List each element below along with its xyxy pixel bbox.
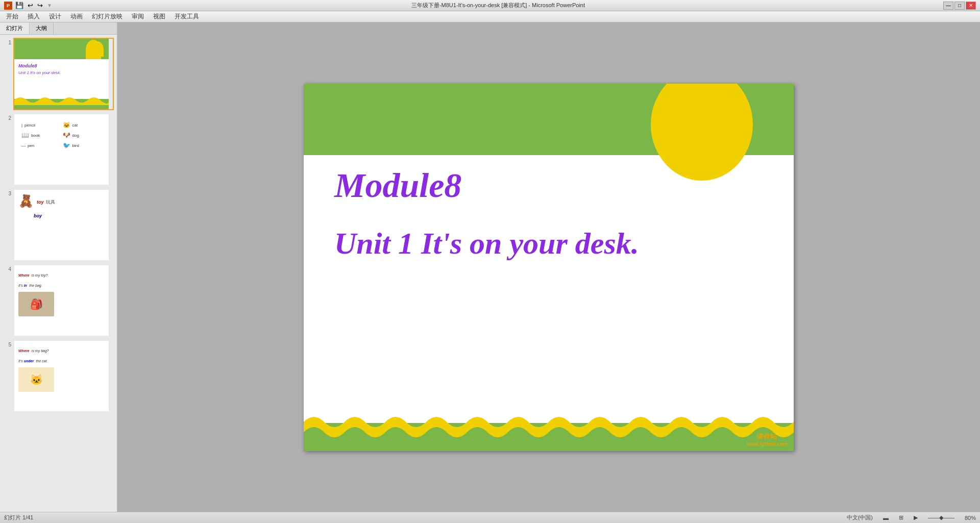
thumb4-line1: Where is my toy? <box>18 269 105 279</box>
thumb2-book: 📖 book <box>21 132 61 139</box>
thumb2-cat: 🐱 cat <box>63 121 102 129</box>
slide-panel-tabs: 幻灯片 大纲 <box>0 22 117 35</box>
menu-insert[interactable]: 插入 <box>23 11 44 22</box>
slide-num-5: 5 <box>3 342 11 347</box>
thumb3-boy-row: boy <box>34 210 42 219</box>
menu-slideshow[interactable]: 幻灯片放映 <box>88 11 127 22</box>
thumb3-toy-text: toy 玩具 <box>37 196 55 206</box>
watermark-line1: 课件站 <box>747 432 788 441</box>
thumb-container-2[interactable]: | pencil 🐱 cat 📖 book <box>13 113 114 186</box>
quick-redo[interactable]: ↪ <box>36 2 44 9</box>
bottom-wavy-svg <box>304 403 794 451</box>
thumb-img-2: | pencil 🐱 cat 📖 book <box>14 114 109 185</box>
slide-top-bar <box>304 84 794 155</box>
thumb5-image: 🐱 <box>18 367 54 392</box>
slide-num-3: 3 <box>3 191 11 196</box>
thumb-img-1: Module8 Unit 1 It's on your desk. <box>14 39 109 109</box>
slides-list[interactable]: 1 Module8 Unit 1 It's on your desk. <box>0 35 117 512</box>
slide-thumb-4[interactable]: 4 Where is my toy? It's in the bag. <box>3 264 114 337</box>
quick-save[interactable]: 💾 <box>14 2 24 9</box>
tab-slides[interactable]: 幻灯片 <box>0 22 30 34</box>
menu-devtools[interactable]: 开发工具 <box>170 11 203 22</box>
view-normal[interactable]: ▬ <box>883 515 889 521</box>
menu-design[interactable]: 设计 <box>45 11 65 22</box>
thumb5-line2: It's under the cat. <box>18 355 105 364</box>
thumb4-line2: It's in the bag. <box>18 280 105 289</box>
thumb1-wavy <box>14 99 109 109</box>
menu-review[interactable]: 审阅 <box>128 11 148 22</box>
menu-view[interactable]: 视图 <box>149 11 169 22</box>
quick-undo[interactable]: ↩ <box>27 2 34 9</box>
thumb4-image: 🎒 <box>18 292 54 316</box>
thumb-container-1[interactable]: Module8 Unit 1 It's on your desk. <box>13 38 114 110</box>
zoom-level: 80% <box>965 515 976 521</box>
main-content: 幻灯片 大纲 1 Module8 Unit 1 It's on your des… <box>0 22 980 512</box>
main-slide[interactable]: Module8 Unit 1 It's on your desk. 课件站 ww… <box>304 84 794 451</box>
thumb1-bottom: Module8 Unit 1 It's on your desk. <box>14 59 109 79</box>
title-bar-left: P 💾 ↩ ↪ ▼ <box>4 2 53 10</box>
slide-thumb-5[interactable]: 5 Where is my bag? It's under the cat. <box>3 340 114 412</box>
tab-outline[interactable]: 大纲 <box>30 22 54 34</box>
view-slideshow[interactable]: ▶ <box>914 514 918 521</box>
thumb2-bird: 🐦 bird <box>63 142 102 149</box>
editing-area: Module8 Unit 1 It's on your desk. 课件站 ww… <box>117 22 980 512</box>
watermark: 课件站 www.kjzhan.com <box>747 432 788 447</box>
thumb1-subtitle: Unit 1 It's on your desk. <box>18 70 105 75</box>
watermark-line2: www.kjzhan.com <box>747 441 788 447</box>
slide-unit-title: Unit 1 It's on your desk. <box>334 226 763 261</box>
view-slide-sorter[interactable]: ⊞ <box>899 514 903 521</box>
maximize-button[interactable]: □ <box>954 2 965 10</box>
thumb-img-3: 🧸 toy 玩具 boy <box>14 190 109 260</box>
slide-num-2: 2 <box>3 115 11 121</box>
menu-animation[interactable]: 动画 <box>66 11 87 22</box>
thumb1-wavy-svg <box>14 95 109 105</box>
close-button[interactable]: ✕ <box>966 2 976 10</box>
thumb2-pen: — pen <box>21 142 61 149</box>
window-title: 三年级下册-M8U1-It's-on-your-desk [兼容模式] - Mi… <box>411 2 585 9</box>
minimize-button[interactable]: — <box>943 2 953 10</box>
slide-thumb-2[interactable]: 2 | pencil 🐱 cat <box>3 113 114 186</box>
slide-thumb-3[interactable]: 3 🧸 toy 玩具 boy <box>3 189 114 261</box>
thumb1-arc <box>86 40 101 59</box>
thumb-img-4: Where is my toy? It's in the bag. 🎒 <box>14 265 109 336</box>
slide-content: Module8 Unit 1 It's on your desk. <box>334 165 763 261</box>
thumb2-grid: | pencil 🐱 cat 📖 book <box>17 117 106 154</box>
app-icon: P <box>4 2 12 10</box>
zoom-slider[interactable]: ——◆—— <box>928 514 954 521</box>
status-bar: 幻灯片 1/41 中文(中国) ▬ ⊞ ▶ ——◆—— 80% <box>0 512 980 523</box>
thumb3-bear-row: 🧸 toy 玩具 <box>18 194 55 208</box>
window-controls[interactable]: — □ ✕ <box>943 2 976 10</box>
thumb5-line1: Where is my bag? <box>18 345 105 354</box>
language-info: 中文(中国) <box>847 514 873 521</box>
slide-count: 幻灯片 1/41 <box>4 514 33 521</box>
slide-panel: 幻灯片 大纲 1 Module8 Unit 1 It's on your des… <box>0 22 117 512</box>
menu-start[interactable]: 开始 <box>2 11 22 22</box>
slide-num-4: 4 <box>3 266 11 272</box>
menu-bar: 开始 插入 设计 动画 幻灯片放映 审阅 视图 开发工具 <box>0 11 980 22</box>
slide-thumb-1[interactable]: 1 Module8 Unit 1 It's on your desk. <box>3 38 114 110</box>
thumb2-pencil: | pencil <box>21 121 61 129</box>
thumb-container-4[interactable]: Where is my toy? It's in the bag. 🎒 <box>13 264 114 337</box>
slide-module-title: Module8 <box>334 165 763 206</box>
slide-bottom-decoration <box>304 403 794 451</box>
slide-num-1: 1 <box>3 40 11 45</box>
thumb-container-3[interactable]: 🧸 toy 玩具 boy <box>13 189 114 261</box>
thumb-img-5: Where is my bag? It's under the cat. 🐱 <box>14 341 109 411</box>
title-bar: P 💾 ↩ ↪ ▼ 三年级下册-M8U1-It's-on-your-desk [… <box>0 0 980 11</box>
thumb-container-5[interactable]: Where is my bag? It's under the cat. 🐱 <box>13 340 114 412</box>
thumb2-dog: 🐶 dog <box>63 132 102 139</box>
thumb1-title: Module8 <box>18 63 105 68</box>
thumb1-top <box>14 39 109 59</box>
